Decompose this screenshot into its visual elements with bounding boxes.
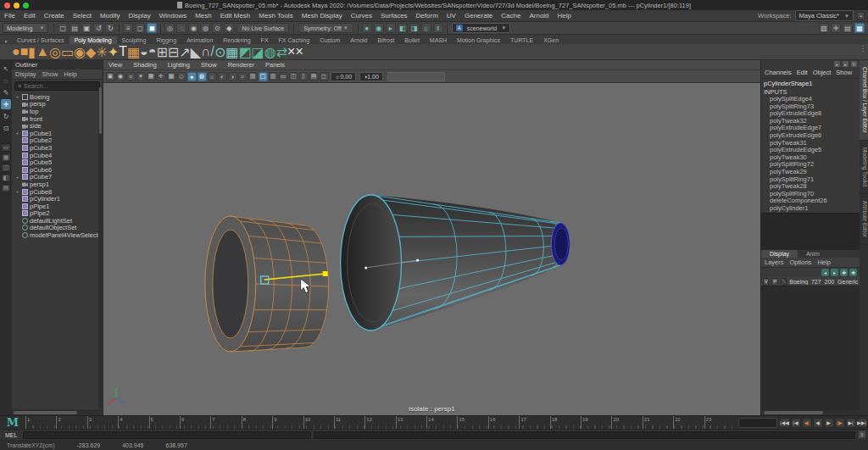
bookmarks-icon[interactable]: ▾ bbox=[136, 72, 146, 81]
layout-hypershade-persp[interactable]: ▤ bbox=[1, 184, 11, 192]
symmetry-dropdown[interactable]: Symmetry: Off ▼ bbox=[298, 23, 353, 33]
viewport-menu-item[interactable]: Show bbox=[196, 61, 222, 69]
select-component-icon[interactable]: ◼ bbox=[147, 23, 157, 33]
no-live-surface-button[interactable]: No Live Surface bbox=[236, 23, 289, 33]
channel-box-menu-item[interactable]: Edit bbox=[797, 69, 808, 76]
timeline-ticks[interactable]: 1234567891011121314151617181920212223 bbox=[25, 416, 735, 429]
mel-label[interactable]: MEL bbox=[2, 432, 20, 438]
layout-single-pane[interactable]: ▭ bbox=[1, 143, 11, 152]
shelf-tab[interactable]: Bifrost bbox=[373, 36, 400, 44]
outliner-item[interactable]: front bbox=[12, 115, 103, 123]
outliner-item[interactable]: + pCube8 bbox=[12, 188, 103, 196]
svg-tool-icon[interactable]: ▦ bbox=[127, 44, 140, 60]
step-forward-key-button[interactable]: |▶ bbox=[835, 418, 845, 428]
menu-item[interactable]: File bbox=[0, 12, 19, 19]
outliner-item[interactable]: pPipe1 bbox=[12, 203, 103, 210]
layer-editor-tab[interactable]: Display bbox=[761, 250, 798, 258]
outliner-item[interactable]: defaultObjectSet bbox=[12, 225, 103, 232]
play-forward-button[interactable]: ▶ bbox=[824, 418, 834, 428]
delete-edge-icon[interactable]: × bbox=[295, 44, 303, 59]
modeling-toolkit-toggle-icon[interactable]: ▧ bbox=[819, 23, 829, 33]
vertex-point[interactable] bbox=[364, 267, 367, 269]
layer-editor-menu-item[interactable]: Layers bbox=[765, 258, 784, 266]
gamma-field[interactable]: ◑ 1.00 bbox=[359, 72, 383, 81]
select-hierarchy-icon[interactable]: ≡ bbox=[123, 23, 133, 33]
redo-icon[interactable]: ↻ bbox=[105, 23, 115, 33]
menu-item[interactable]: Curves bbox=[347, 12, 376, 19]
layer-name[interactable]: Boeing_727_200_Generic_layer1 bbox=[789, 279, 858, 285]
layer-editor-menu-item[interactable]: Options bbox=[790, 258, 812, 266]
scale-tool[interactable]: ⊡ bbox=[1, 123, 11, 133]
gate-mask-icon[interactable]: ◫ bbox=[289, 72, 298, 81]
hud-icon[interactable]: ▤ bbox=[309, 72, 319, 81]
smooth-mesh-icon[interactable]: ◍ bbox=[264, 44, 276, 60]
poly-sphere-icon[interactable]: ● bbox=[12, 44, 20, 59]
crease-tool-icon[interactable]: × bbox=[287, 44, 295, 59]
outliner-item[interactable]: persp1 bbox=[12, 181, 103, 188]
shelf-tab[interactable]: Poly Modeling bbox=[70, 36, 117, 44]
current-frame-field[interactable] bbox=[738, 418, 777, 428]
menu-item[interactable]: Arnold bbox=[525, 12, 553, 19]
humanik-toggle-icon[interactable]: ✛ bbox=[831, 23, 841, 33]
textured-mode-icon[interactable]: ◍ bbox=[198, 72, 207, 81]
search-input[interactable] bbox=[24, 83, 92, 89]
make-live-icon[interactable]: ◆ bbox=[224, 23, 234, 33]
speed-state-icon[interactable]: ▸ bbox=[834, 61, 840, 67]
shelf-tab[interactable]: XGen bbox=[538, 36, 564, 44]
shelf-tab[interactable]: Curves / Surfaces bbox=[12, 36, 70, 44]
menu-item[interactable]: Mesh Display bbox=[298, 12, 347, 19]
menu-item[interactable]: Windows bbox=[155, 12, 191, 19]
time-slider[interactable]: M 1234567891011121314151617181920212223 … bbox=[0, 415, 868, 429]
expand-toggle-icon[interactable]: + bbox=[14, 189, 20, 194]
menu-item[interactable]: Modify bbox=[96, 12, 125, 19]
outliner-item[interactable]: + pCube1 bbox=[12, 130, 103, 137]
undo-icon[interactable]: ↺ bbox=[93, 23, 103, 33]
manip-update-icon[interactable]: ↻ bbox=[851, 61, 857, 67]
outliner-item[interactable]: + pCube7 bbox=[12, 174, 103, 181]
outliner-item[interactable]: persp bbox=[12, 101, 103, 108]
film-gate-icon[interactable]: ▯ bbox=[299, 72, 309, 81]
menu-item[interactable]: Cache bbox=[497, 12, 525, 19]
outliner-search[interactable]: ≡ bbox=[14, 81, 100, 91]
play-backward-button[interactable]: ◀ bbox=[813, 418, 823, 428]
shelf-tab[interactable]: Rigging bbox=[151, 36, 181, 44]
bridge-icon[interactable]: ∩ bbox=[201, 44, 211, 59]
layout-four-pane[interactable]: ▦ bbox=[1, 153, 11, 162]
exposure-field[interactable]: ☼ 0.00 bbox=[331, 72, 356, 81]
light-editor-icon[interactable]: ☼ bbox=[421, 23, 431, 33]
render-view-icon[interactable]: ● bbox=[362, 23, 372, 33]
channel-box-menu-item[interactable]: Show bbox=[836, 69, 852, 76]
outliner-item[interactable]: modelPanel4ViewSelectedSet bbox=[12, 231, 103, 239]
select-object-icon[interactable]: ◻ bbox=[135, 23, 145, 33]
shelf-menu-button[interactable]: ▾ bbox=[0, 38, 12, 44]
move-layer-down-icon[interactable]: ▸ bbox=[831, 269, 838, 276]
boolean-difference-icon[interactable]: ◓ bbox=[148, 44, 157, 59]
scene-selector-dropdown[interactable]: A sceneworld ▼ bbox=[452, 23, 510, 33]
ring-mesh-object[interactable] bbox=[205, 216, 329, 352]
poly-cube-icon[interactable]: ■ bbox=[20, 44, 29, 59]
menu-item[interactable]: Mesh bbox=[191, 12, 216, 19]
move-tool[interactable]: ✛ bbox=[1, 99, 11, 109]
shelf-tab[interactable]: FX bbox=[256, 36, 274, 44]
outliner-vertical-scrollbar[interactable] bbox=[98, 87, 103, 408]
select-tool[interactable]: ↖ bbox=[1, 64, 11, 74]
menu-item[interactable]: Surfaces bbox=[376, 12, 412, 19]
hyper-state-icon[interactable]: ▸ bbox=[843, 61, 849, 67]
menu-item[interactable]: Create bbox=[40, 12, 69, 19]
shelf-tab[interactable]: Animation bbox=[181, 36, 218, 44]
outliner-item[interactable]: defaultLightSet bbox=[12, 217, 103, 225]
pause-icon[interactable]: ‖ bbox=[433, 23, 443, 33]
snap-grid-icon[interactable]: ◎ bbox=[164, 23, 175, 33]
edge-end-handle[interactable] bbox=[323, 271, 328, 276]
image-plane-icon[interactable]: ▦ bbox=[147, 72, 156, 81]
outliner-item[interactable]: pCylinder1 bbox=[12, 195, 103, 203]
layer-color-swatch[interactable] bbox=[781, 278, 787, 286]
menu-item[interactable]: UV bbox=[442, 12, 460, 19]
step-back-frame-button[interactable]: |◀ bbox=[791, 418, 801, 428]
snap-point-icon[interactable]: ◉ bbox=[188, 23, 198, 33]
lock-camera-icon[interactable]: ◉ bbox=[116, 72, 125, 81]
expand-toggle-icon[interactable]: + bbox=[14, 175, 20, 180]
use-all-lights-icon[interactable]: ☼ bbox=[208, 72, 217, 81]
oversampling-icon[interactable]: ▩ bbox=[167, 72, 176, 81]
step-forward-frame-button[interactable]: ▶| bbox=[846, 418, 856, 428]
